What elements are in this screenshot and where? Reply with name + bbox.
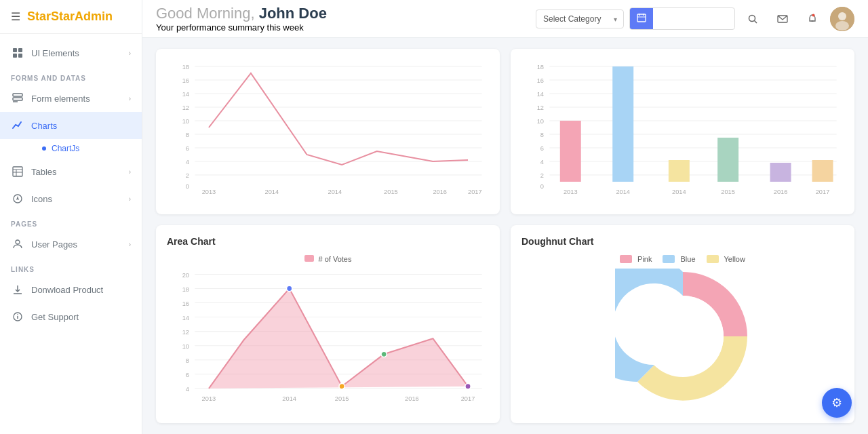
svg-point-13: [16, 240, 20, 244]
sub-dot-icon: [42, 146, 46, 151]
doughnut-container: [521, 269, 844, 404]
svg-point-23: [749, 15, 755, 21]
section-title-pages: PAGES: [0, 212, 142, 231]
area-chart-title: Area Chart: [167, 236, 489, 247]
bar-chart-card: 18 16 14 12 10 8 6 4 2 0 2013 2014: [511, 49, 854, 214]
svg-text:18: 18: [182, 286, 189, 293]
svg-rect-1: [18, 48, 22, 52]
svg-text:20: 20: [182, 272, 189, 279]
form-icon: [11, 92, 24, 105]
greeting-text: Good Morning, John Doe: [156, 5, 529, 22]
avatar[interactable]: [830, 7, 854, 31]
svg-text:6: 6: [186, 372, 189, 378]
chevron-right-icon: ›: [129, 50, 131, 57]
sidebar-label-user-pages: User Pages: [31, 239, 77, 250]
sidebar-label-download: Donwload Product: [31, 285, 103, 295]
sidebar-item-icons[interactable]: Icons ›: [0, 185, 142, 212]
svg-text:14: 14: [182, 91, 189, 98]
svg-text:12: 12: [182, 104, 189, 111]
svg-text:0: 0: [186, 183, 189, 190]
svg-text:2015: 2015: [335, 395, 349, 402]
legend-item-blue: Blue: [663, 255, 695, 263]
section-title-links: LINKS: [0, 258, 142, 276]
calendar-button[interactable]: [630, 8, 653, 29]
line-chart-card: 18 16 14 12 10 8 6 4 2 0 2013 2014 2014 …: [156, 49, 500, 214]
svg-point-18: [17, 314, 18, 315]
svg-point-29: [838, 12, 846, 20]
date-input[interactable]: [653, 10, 734, 28]
legend-dot-pink: [620, 255, 632, 263]
sidebar-item-chartjs[interactable]: ChartJs: [31, 139, 142, 158]
bar-chart-svg: 18 16 14 12 10 8 6 4 2 0 2013 2014: [521, 60, 844, 195]
svg-text:2013: 2013: [564, 189, 578, 195]
svg-text:16: 16: [537, 77, 544, 84]
doughnut-chart-card: Doughnut Chart Pink Blue Yellow: [511, 225, 854, 423]
svg-text:2013: 2013: [202, 395, 216, 402]
sidebar-item-ui-elements[interactable]: UI Elements ›: [0, 39, 142, 66]
notification-button[interactable]: [800, 7, 825, 31]
svg-text:2017: 2017: [461, 395, 475, 402]
sidebar-label-support: Get Support: [31, 312, 79, 322]
topbar-actions: Select Category Category 1 Category 2: [536, 7, 854, 31]
sidebar-label-chartjs: ChartJs: [52, 144, 79, 153]
svg-rect-77: [669, 160, 690, 182]
svg-text:2015: 2015: [721, 189, 735, 195]
svg-text:8: 8: [540, 132, 544, 138]
settings-fab[interactable]: ⚙: [822, 388, 852, 418]
sidebar-item-download[interactable]: Donwload Product: [0, 276, 142, 303]
area-chart-svg: 20 18 16 14 12 10 8 6 4 2013 2: [167, 269, 489, 404]
svg-text:2014: 2014: [672, 189, 686, 195]
svg-rect-3: [18, 54, 22, 58]
user-icon: [11, 237, 24, 251]
svg-point-115: [642, 296, 724, 377]
svg-rect-7: [13, 167, 22, 176]
sidebar-item-charts[interactable]: Charts: [0, 112, 142, 139]
category-select-wrapper: Select Category Category 1 Category 2: [536, 9, 624, 28]
svg-text:8: 8: [186, 132, 189, 138]
svg-text:2014: 2014: [616, 189, 630, 195]
sidebar-label-form-elements: Form elements: [31, 94, 90, 104]
svg-text:10: 10: [182, 343, 189, 350]
download-icon: [11, 283, 24, 296]
sidebar-item-user-pages[interactable]: User Pages ›: [0, 231, 142, 258]
svg-text:2014: 2014: [328, 189, 342, 195]
area-chart-card: Area Chart # of Votes 20: [156, 225, 500, 423]
legend-dot-blue: [663, 255, 675, 263]
grid-icon: [11, 46, 24, 60]
svg-text:14: 14: [537, 91, 544, 98]
svg-rect-19: [637, 14, 646, 22]
chevron-right-icon-user: ›: [129, 241, 131, 248]
doughnut-svg: [615, 269, 751, 404]
chevron-right-icon-form: ›: [129, 95, 131, 102]
svg-text:18: 18: [537, 64, 544, 71]
svg-text:6: 6: [540, 145, 544, 152]
svg-text:8: 8: [186, 357, 189, 364]
svg-text:2014: 2014: [265, 189, 279, 195]
legend-item-pink: Pink: [620, 255, 652, 263]
svg-rect-79: [770, 163, 791, 182]
search-button[interactable]: [741, 7, 765, 31]
sidebar-item-tables[interactable]: Tables ›: [0, 158, 142, 185]
hamburger-icon[interactable]: ☰: [11, 10, 20, 23]
legend-dot-votes: [304, 255, 314, 262]
chart-icon: [11, 119, 24, 132]
charts-content: 18 16 14 12 10 8 6 4 2 0 2013 2014 2014 …: [142, 38, 868, 434]
legend-item-votes: # of Votes: [304, 255, 352, 263]
svg-text:4: 4: [540, 159, 544, 165]
svg-rect-75: [560, 121, 581, 182]
svg-text:16: 16: [182, 300, 189, 307]
doughnut-chart-legend: Pink Blue Yellow: [521, 255, 844, 263]
svg-text:10: 10: [537, 118, 544, 125]
sidebar-item-form-elements[interactable]: Form elements ›: [0, 85, 142, 112]
gear-icon: ⚙: [831, 395, 842, 410]
svg-text:2015: 2015: [384, 189, 398, 195]
sidebar-header: ☰ StarStarAdmin: [0, 0, 142, 34]
mail-button[interactable]: [770, 7, 795, 31]
topbar: Good Morning, John Doe Your performance …: [142, 0, 868, 38]
category-select[interactable]: Select Category Category 1 Category 2: [536, 9, 624, 28]
info-icon: [11, 310, 24, 323]
main-area: Good Morning, John Doe Your performance …: [142, 0, 868, 434]
sidebar-item-support[interactable]: Get Support: [0, 303, 142, 330]
svg-text:6: 6: [186, 145, 189, 152]
svg-rect-76: [612, 66, 633, 182]
